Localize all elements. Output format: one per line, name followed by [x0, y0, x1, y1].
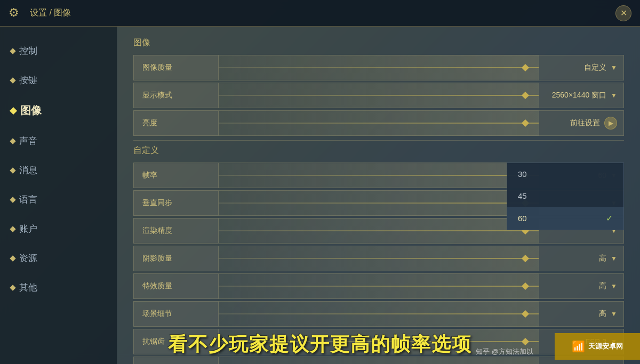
value-effect-quality[interactable]: 高 ▼	[539, 273, 624, 299]
tianyuan-text: 天源安卓网	[588, 342, 623, 351]
zhihu-logo: 知乎 @方知法加以	[476, 347, 533, 357]
sidebar-item-keys[interactable]: 按键	[0, 67, 117, 94]
diamond-icon-active	[10, 107, 17, 114]
settings-gear-icon: ⚙	[9, 6, 23, 21]
diamond-icon	[10, 226, 15, 232]
value-image-quality[interactable]: 自定义 ▼	[539, 55, 624, 80]
bar-line	[219, 286, 539, 287]
sidebar-item-control[interactable]: 控制	[0, 37, 117, 64]
bar-image-quality	[219, 55, 539, 80]
diamond-icon	[10, 167, 15, 173]
dropdown-arrow-icon: ▼	[611, 64, 617, 71]
sidebar-item-message[interactable]: 消息	[0, 157, 117, 184]
bar-diamond	[522, 282, 529, 290]
bar-display-mode	[219, 83, 539, 108]
bar-line	[219, 313, 539, 314]
value-text: 自定义	[584, 63, 606, 72]
bar-vsync	[219, 190, 539, 216]
dropdown-item-45[interactable]: 45	[507, 185, 623, 207]
tianyuan-logo: 📶 天源安卓网	[555, 333, 640, 360]
bar-line	[219, 203, 539, 204]
bar-diamond	[522, 255, 529, 262]
label-vsync: 垂直同步	[133, 190, 219, 216]
label-display-mode: 显示模式	[133, 83, 219, 108]
checkmark-icon: ✓	[606, 213, 613, 223]
breadcrumb: 设置 / 图像	[30, 7, 71, 19]
section-title-image: 图像	[133, 37, 624, 48]
label-shadow-quality: 阴影质量	[133, 246, 219, 271]
goto-arrow-icon[interactable]: ▶	[604, 117, 617, 130]
label-brightness: 亮度	[133, 110, 219, 136]
dropdown-arrow-icon: ▼	[611, 310, 617, 318]
bar-scene-detail	[219, 301, 539, 327]
setting-row-scene-detail: 场景细节 高 ▼	[133, 301, 624, 327]
header-bar: ⚙ 设置 / 图像 ✕	[0, 0, 640, 27]
framerate-dropdown-popup: 30 45 60 ✓	[507, 163, 624, 230]
watermark-text: 看不少玩家提议开更高的帧率选项	[168, 331, 472, 358]
sidebar-label-sound: 声音	[19, 135, 37, 147]
sidebar-item-language[interactable]: 语言	[0, 186, 117, 213]
bar-line	[219, 95, 539, 96]
label-effect-quality: 特效质量	[133, 273, 219, 299]
sidebar-label-resource: 资源	[19, 252, 37, 264]
sidebar-item-other[interactable]: 其他	[0, 274, 117, 301]
setting-row-image-quality: 图像质量 自定义 ▼	[133, 55, 624, 80]
value-text: 2560×1440 窗口	[552, 91, 606, 100]
bar-line	[219, 175, 539, 176]
settings-main: 图像 图像质量 自定义 ▼ 显示模式	[117, 27, 640, 364]
dropdown-arrow-icon: ▼	[611, 255, 617, 262]
value-text: 高	[599, 281, 606, 291]
bar-volumetric-fog	[219, 357, 539, 364]
value-shadow-quality[interactable]: 高 ▼	[539, 246, 624, 271]
label-framerate: 帧率	[133, 163, 219, 188]
value-brightness[interactable]: 前往设置 ▶	[539, 110, 624, 136]
value-scene-detail[interactable]: 高 ▼	[539, 301, 624, 327]
bar-line	[219, 230, 539, 231]
settings-panel: ⚙ 设置 / 图像 ✕ 控制 按键 图像 声音	[0, 0, 640, 364]
option-label-45: 45	[518, 191, 527, 200]
bar-line	[219, 258, 539, 259]
option-label-60: 60	[518, 214, 527, 223]
value-text: 高	[599, 254, 606, 263]
option-label-30: 30	[518, 169, 527, 179]
value-text: 前往设置	[570, 118, 600, 128]
dropdown-item-30[interactable]: 30	[507, 163, 623, 185]
setting-row-shadow-quality: 阴影质量 高 ▼	[133, 246, 624, 271]
bar-diamond	[522, 92, 529, 99]
section-title-custom: 自定义	[133, 145, 624, 156]
setting-row-display-mode: 显示模式 2560×1440 窗口 ▼	[133, 83, 624, 108]
diamond-icon	[10, 255, 15, 261]
section-divider	[133, 140, 624, 141]
dropdown-arrow-icon: ▼	[611, 282, 617, 290]
label-scene-detail: 场景细节	[133, 301, 219, 327]
sidebar-item-image[interactable]: 图像	[0, 96, 117, 125]
tianyuan-icon: 📶	[572, 340, 585, 353]
setting-row-framerate: 帧率 60 ▼ 30 45	[133, 163, 624, 188]
sidebar-label-account: 账户	[19, 223, 37, 235]
value-display-mode[interactable]: 2560×1440 窗口 ▼	[539, 83, 624, 108]
label-image-quality: 图像质量	[133, 55, 219, 80]
close-button[interactable]: ✕	[615, 5, 631, 21]
bar-line	[219, 123, 539, 124]
setting-row-brightness: 亮度 前往设置 ▶	[133, 110, 624, 136]
sidebar-item-account[interactable]: 账户	[0, 215, 117, 242]
sidebar-item-sound[interactable]: 声音	[0, 127, 117, 155]
sidebar-item-resource[interactable]: 资源	[0, 245, 117, 272]
diamond-icon	[10, 285, 15, 290]
value-text: 高	[599, 309, 606, 319]
label-volumetric-fog: 体积雾	[133, 357, 219, 364]
bar-diamond	[522, 119, 529, 127]
bar-diamond	[522, 310, 529, 318]
bar-effect-quality	[219, 273, 539, 299]
bar-diamond	[522, 338, 529, 345]
bar-line	[219, 67, 539, 68]
bar-brightness	[219, 110, 539, 136]
sidebar-label-control: 控制	[19, 45, 37, 57]
dropdown-arrow-icon: ▼	[611, 92, 617, 99]
setting-row-effect-quality: 特效质量 高 ▼	[133, 273, 624, 299]
sidebar-label-other: 其他	[19, 281, 37, 294]
content-area: 控制 按键 图像 声音 消息 语言	[0, 27, 640, 364]
bar-framerate	[219, 163, 539, 188]
bar-render-precision	[219, 218, 539, 244]
dropdown-item-60[interactable]: 60 ✓	[507, 207, 623, 230]
